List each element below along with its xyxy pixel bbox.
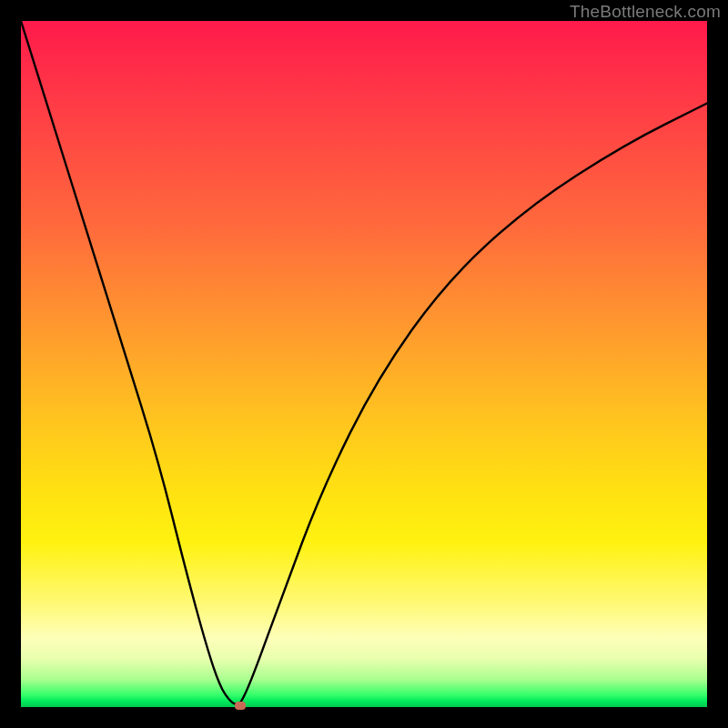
chart-frame: TheBottleneck.com xyxy=(0,0,728,728)
minimum-marker xyxy=(235,702,246,710)
bottleneck-curve xyxy=(21,21,707,707)
watermark-text: TheBottleneck.com xyxy=(570,2,721,22)
